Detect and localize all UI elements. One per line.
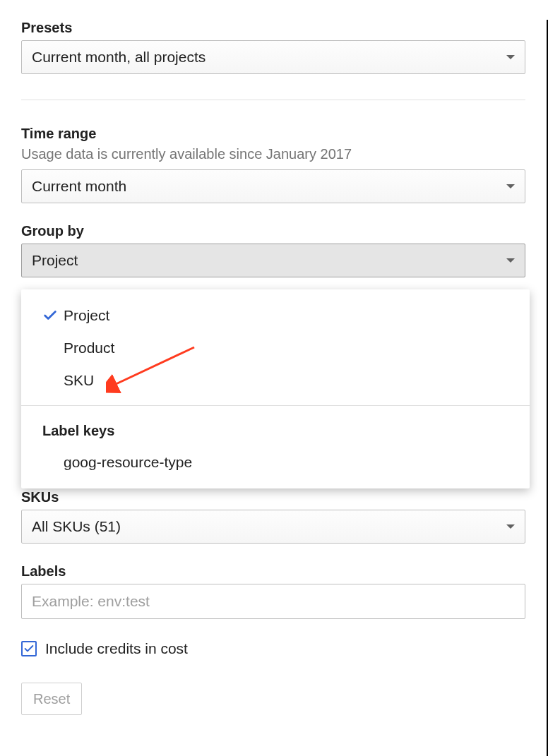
dropdown-option-label: goog-resource-type: [64, 454, 192, 471]
group-by-select[interactable]: Project: [21, 244, 525, 277]
caret-down-icon: [506, 184, 515, 188]
presets-label: Presets: [21, 20, 525, 36]
dropdown-option-sku[interactable]: SKU: [21, 364, 530, 397]
dropdown-option-project[interactable]: Project: [21, 299, 530, 332]
dropdown-option-label: Product: [64, 340, 114, 356]
include-credits-checkbox[interactable]: [21, 641, 37, 656]
labels-group: Labels: [21, 563, 525, 619]
skus-select[interactable]: All SKUs (51): [21, 510, 525, 544]
group-by-dropdown: Project Product SKU Label keys goog-reso…: [21, 289, 530, 488]
time-range-select[interactable]: Current month: [21, 169, 525, 203]
presets-select[interactable]: Current month, all projects: [21, 40, 525, 74]
group-by-group: Group by Project: [21, 223, 525, 277]
dropdown-section-label-keys: Label keys goog-resource-type: [21, 405, 530, 479]
labels-input[interactable]: [21, 584, 525, 619]
check-icon: [42, 308, 64, 323]
group-by-value: Project: [32, 252, 78, 269]
time-range-value: Current month: [32, 178, 126, 195]
presets-group: Presets Current month, all projects: [21, 20, 525, 74]
include-credits-label: Include credits in cost: [45, 640, 188, 657]
include-credits-row: Include credits in cost: [21, 640, 525, 657]
time-range-group: Time range Usage data is currently avail…: [21, 126, 525, 203]
caret-down-icon: [506, 55, 515, 59]
dropdown-option-label: SKU: [64, 372, 94, 389]
caret-down-icon: [506, 258, 515, 263]
group-by-label: Group by: [21, 223, 525, 239]
labels-label: Labels: [21, 563, 525, 580]
dropdown-option-goog-resource-type[interactable]: goog-resource-type: [21, 446, 530, 479]
time-range-subtext: Usage data is currently available since …: [21, 146, 525, 162]
dropdown-section-title: Label keys: [21, 414, 530, 446]
reset-button[interactable]: Reset: [21, 683, 82, 715]
divider: [21, 100, 525, 100]
presets-value: Current month, all projects: [32, 49, 206, 66]
caret-down-icon: [506, 524, 515, 529]
time-range-label: Time range: [21, 126, 525, 142]
skus-value: All SKUs (51): [32, 518, 121, 535]
dropdown-option-label: Project: [64, 307, 109, 324]
dropdown-option-product[interactable]: Product: [21, 332, 530, 364]
check-icon: [23, 643, 35, 654]
skus-label: SKUs: [21, 489, 525, 505]
